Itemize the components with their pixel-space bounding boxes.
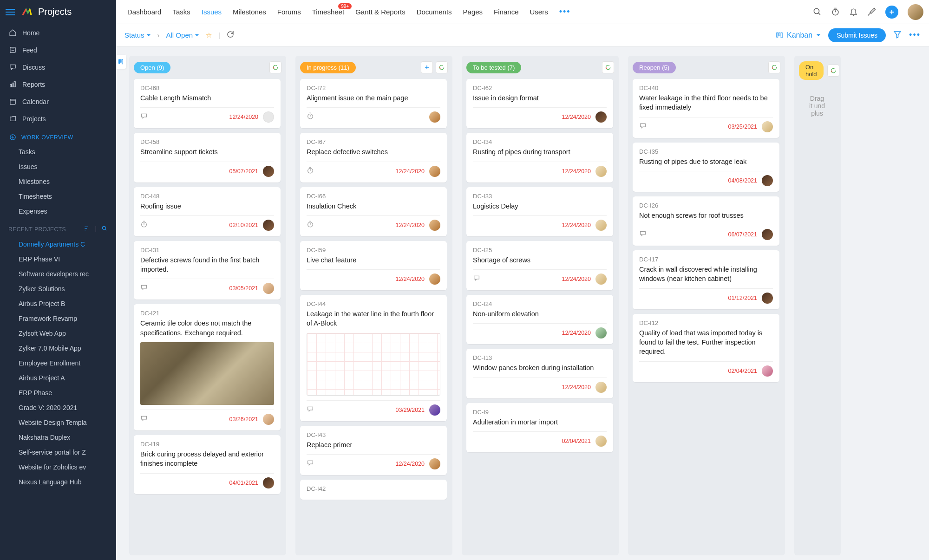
- top-bar: Projects DashboardTasksIssuesMilestonesF…: [0, 0, 929, 24]
- tools-icon[interactable]: [867, 7, 876, 16]
- top-nav: DashboardTasksIssuesMilestonesForumsTime…: [127, 7, 813, 17]
- topnav-documents[interactable]: Documents: [417, 8, 452, 16]
- svg-point-2: [832, 9, 838, 15]
- add-button[interactable]: [885, 6, 898, 19]
- brand-area: Projects: [0, 0, 116, 24]
- topnav-milestones[interactable]: Milestones: [233, 8, 266, 16]
- timer-icon[interactable]: [831, 7, 840, 16]
- topnav-ganttreports[interactable]: Gantt & Reports: [355, 8, 406, 16]
- svg-point-0: [814, 8, 819, 13]
- topnav-more-icon[interactable]: •••: [559, 7, 571, 17]
- topnav-finance[interactable]: Finance: [494, 8, 518, 16]
- topnav-tasks[interactable]: Tasks: [172, 8, 190, 16]
- svg-line-1: [818, 13, 820, 15]
- topnav-issues[interactable]: Issues: [202, 8, 222, 16]
- topnav-users[interactable]: Users: [530, 8, 548, 16]
- topnav-timesheet[interactable]: Timesheet99+: [312, 8, 344, 16]
- hamburger-menu[interactable]: [6, 9, 15, 15]
- bell-icon[interactable]: [849, 7, 858, 16]
- topnav-forums[interactable]: Forums: [277, 8, 301, 16]
- topnav-pages[interactable]: Pages: [463, 8, 483, 16]
- topnav-dashboard[interactable]: Dashboard: [127, 8, 161, 16]
- brand-name: Projects: [38, 7, 72, 17]
- top-actions: [813, 4, 923, 20]
- user-avatar[interactable]: [908, 4, 923, 20]
- search-icon[interactable]: [813, 7, 822, 16]
- notification-badge: 99+: [338, 3, 352, 9]
- app-logo-icon: [20, 7, 33, 18]
